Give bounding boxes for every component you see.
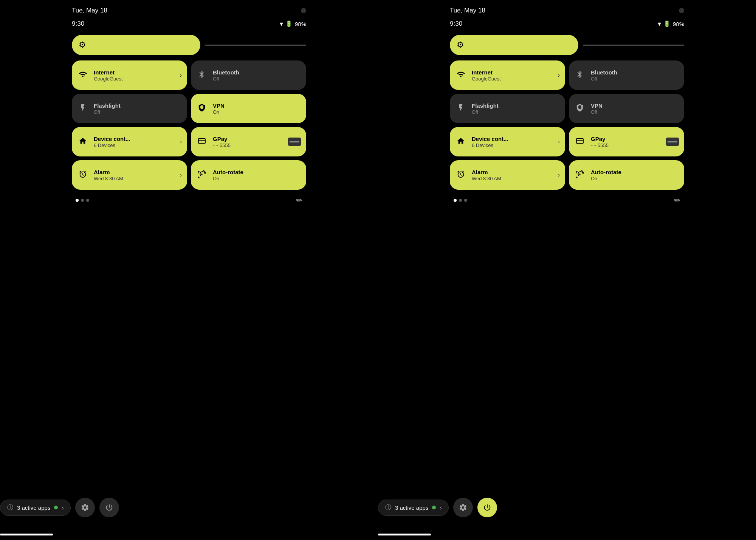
tile-icon-device (79, 137, 88, 147)
tile-internet[interactable]: Internet GoogleGuest › (450, 60, 565, 90)
brightness-pill[interactable]: ⚙ (450, 35, 578, 55)
tile-bluetooth[interactable]: Bluetooth Off (191, 60, 306, 90)
tile-alarm[interactable]: Alarm Wed 8:30 AM › (72, 160, 187, 190)
tiles-grid: Internet GoogleGuest › Bluetooth Off Fla… (72, 60, 306, 190)
tile-icon-vpn (198, 104, 208, 113)
tile-sublabel-bluetooth: Off (213, 76, 239, 82)
tile-sublabel-internet: GoogleGuest (472, 76, 501, 82)
tile-icon-internet (457, 70, 466, 80)
tile-sublabel-autorotate: On (591, 176, 621, 181)
panel-left: Tue, May 18 9:30 ▾ 🔋 98% ⚙ Internet Goog… (0, 0, 378, 540)
wifi-icon: ▾ (280, 20, 283, 28)
tile-label-device: Device cont... (472, 136, 508, 142)
tile-sublabel-gpay: ···· 5555 (213, 142, 231, 148)
edit-icon[interactable]: ✏ (674, 196, 680, 205)
dot-inactive-1 (459, 199, 462, 202)
tile-icon-gpay (576, 137, 586, 147)
panels-container: Tue, May 18 9:30 ▾ 🔋 98% ⚙ Internet Goog… (0, 0, 756, 540)
tile-text-autorotate: Auto-rotate On (591, 169, 621, 181)
tile-autorotate[interactable]: Auto-rotate On (569, 160, 684, 190)
tile-bluetooth[interactable]: Bluetooth Off (569, 60, 684, 90)
brightness-slider[interactable] (583, 45, 684, 46)
dot-active (454, 199, 457, 202)
tile-sublabel-device: 6 Devices (472, 142, 508, 148)
tile-internet[interactable]: Internet GoogleGuest › (72, 60, 187, 90)
tile-gpay[interactable]: GPay ···· 5555 (569, 127, 684, 156)
tile-device[interactable]: Device cont... 6 Devices › (72, 127, 187, 156)
tile-arrow: › (558, 172, 560, 178)
edit-icon[interactable]: ✏ (296, 196, 302, 205)
tile-sublabel-vpn: On (213, 109, 225, 115)
tile-sublabel-internet: GoogleGuest (94, 76, 123, 82)
status-bar: Tue, May 18 (72, 7, 306, 14)
pill-arrow: › (62, 504, 64, 511)
battery-percent: 98% (673, 21, 684, 27)
tile-icon-alarm (79, 170, 88, 180)
pill-arrow: › (440, 504, 442, 511)
tiles-grid: Internet GoogleGuest › Bluetooth Off Fla… (450, 60, 684, 190)
status-bar2: 9:30 ▾ 🔋 98% (72, 20, 306, 28)
svg-rect-2 (576, 139, 583, 144)
tile-icon-flashlight (457, 104, 466, 113)
tile-icon-vpn (576, 104, 586, 113)
tile-label-alarm: Alarm (472, 169, 501, 176)
dot-inactive-2 (464, 199, 467, 202)
tile-text-flashlight: Flashlight Off (472, 102, 499, 115)
brightness-pill[interactable]: ⚙ (72, 35, 200, 55)
tile-vpn[interactable]: VPN On (191, 94, 306, 123)
battery-icon: 🔋 (285, 20, 293, 27)
bottom-bar: ⓘ 3 active apps › (378, 498, 497, 517)
tile-label-autorotate: Auto-rotate (213, 169, 243, 176)
brightness-icon: ⚙ (457, 40, 464, 50)
power-button[interactable] (99, 498, 119, 517)
gpay-card-stripe (290, 141, 299, 142)
tile-label-vpn: VPN (591, 102, 603, 109)
tile-text-gpay: GPay ···· 5555 (591, 136, 609, 148)
settings-button[interactable] (453, 498, 473, 517)
status-icons: ▾ 🔋 98% (658, 20, 684, 28)
gpay-card (666, 138, 679, 146)
tile-label-bluetooth: Bluetooth (213, 69, 239, 76)
tile-gpay[interactable]: GPay ···· 5555 (191, 127, 306, 156)
tile-icon-flashlight (79, 104, 88, 113)
tile-icon-device (457, 137, 466, 147)
tile-label-bluetooth: Bluetooth (591, 69, 617, 76)
power-button[interactable] (477, 498, 497, 517)
tile-text-bluetooth: Bluetooth Off (591, 69, 617, 82)
tile-vpn[interactable]: VPN Off (569, 94, 684, 123)
tile-label-autorotate: Auto-rotate (591, 169, 621, 176)
tile-label-flashlight: Flashlight (472, 102, 499, 109)
active-apps-pill[interactable]: ⓘ 3 active apps › (0, 500, 71, 516)
settings-button[interactable] (75, 498, 95, 517)
tile-sublabel-alarm: Wed 8:30 AM (472, 176, 501, 181)
tile-autorotate[interactable]: Auto-rotate On (191, 160, 306, 190)
brightness-icon: ⚙ (79, 40, 86, 50)
tile-text-vpn: VPN Off (591, 102, 603, 115)
gpay-card-visual (288, 138, 301, 146)
tile-sublabel-flashlight: Off (94, 109, 121, 115)
tile-arrow: › (558, 138, 560, 145)
tile-sublabel-bluetooth: Off (591, 76, 617, 82)
tile-text-internet: Internet GoogleGuest (94, 69, 123, 82)
tile-device[interactable]: Device cont... 6 Devices › (450, 127, 565, 156)
pagination: ✏ (450, 196, 684, 205)
dot-inactive-1 (81, 199, 84, 202)
green-dot (54, 506, 58, 509)
tile-sublabel-vpn: Off (591, 109, 603, 115)
tile-flashlight[interactable]: Flashlight Off (450, 94, 565, 123)
tile-sublabel-alarm: Wed 8:30 AM (94, 176, 123, 181)
brightness-slider[interactable] (205, 45, 306, 46)
tile-arrow: › (558, 72, 560, 79)
battery-icon: 🔋 (663, 20, 671, 27)
tile-arrow: › (180, 138, 182, 145)
active-apps-pill[interactable]: ⓘ 3 active apps › (378, 500, 449, 516)
bottom-bar: ⓘ 3 active apps › (0, 498, 119, 517)
tile-sublabel-autorotate: On (213, 176, 243, 181)
tile-alarm[interactable]: Alarm Wed 8:30 AM › (450, 160, 565, 190)
camera-dot (679, 8, 684, 13)
tile-flashlight[interactable]: Flashlight Off (72, 94, 187, 123)
tile-text-gpay: GPay ···· 5555 (213, 136, 231, 148)
home-indicator (0, 534, 53, 535)
tile-text-bluetooth: Bluetooth Off (213, 69, 239, 82)
tile-text-autorotate: Auto-rotate On (213, 169, 243, 181)
